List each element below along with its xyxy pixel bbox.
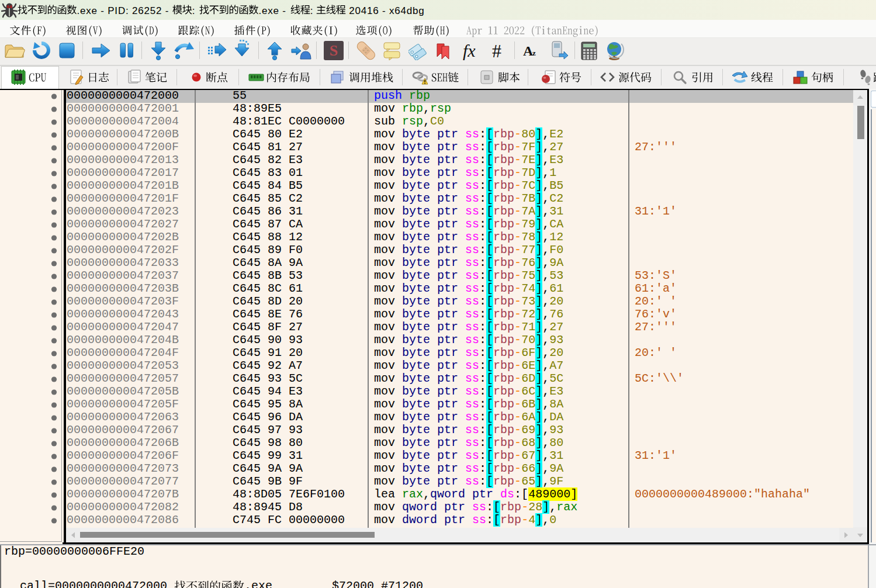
svg-text:64: 64 xyxy=(7,4,12,9)
svg-text:fx: fx xyxy=(463,41,476,60)
svg-text:#: # xyxy=(492,41,501,60)
svg-text:z: z xyxy=(532,49,536,57)
svg-text:S: S xyxy=(330,42,338,59)
